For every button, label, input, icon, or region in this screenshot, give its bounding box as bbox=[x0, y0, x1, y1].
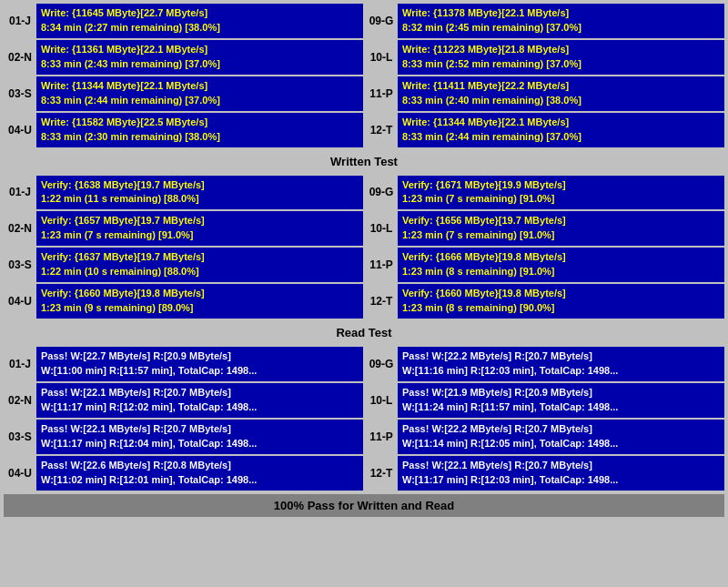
verify-left-col: 01-J Verify: {1638 MByte}[19.7 MByte/s] … bbox=[4, 176, 363, 319]
id-10l-verify: 10-L bbox=[365, 211, 398, 246]
content-10l-verify: Verify: {1656 MByte}[19.7 MByte/s] 1:23 … bbox=[398, 211, 724, 246]
content-11p-write: Write: {11411 MByte}[22.2 MByte/s] 8:33 … bbox=[398, 76, 724, 111]
read-right-11p: 11-P Pass! W:[22.2 MByte/s] R:[20.7 MByt… bbox=[365, 420, 724, 454]
id-03s-verify: 03-S bbox=[4, 248, 36, 282]
content-02n-verify: Verify: {1657 MByte}[19.7 MByte/s] 1:23 … bbox=[36, 211, 363, 246]
write-right-col: 09-G Write: {11378 MByte}[22.1 MByte/s] … bbox=[365, 4, 724, 147]
id-11p-read: 11-P bbox=[365, 420, 398, 454]
read-test-header: Read Test bbox=[4, 322, 724, 343]
write-left-02n: 02-N Write: {11361 MByte}[22.1 MByte/s] … bbox=[4, 40, 363, 75]
write-right-12t: 12-T Write: {11344 MByte}[22.1 MByte/s] … bbox=[365, 113, 724, 147]
id-01j-read: 01-J bbox=[4, 347, 36, 381]
write-section: 01-J Write: {11645 MByte}[22.7 MByte/s] … bbox=[4, 4, 724, 147]
content-09g-write: Write: {11378 MByte}[22.1 MByte/s] 8:32 … bbox=[398, 4, 724, 38]
verify-left-01j: 01-J Verify: {1638 MByte}[19.7 MByte/s] … bbox=[4, 176, 363, 210]
verify-left-03s: 03-S Verify: {1637 MByte}[19.7 MByte/s] … bbox=[4, 248, 363, 282]
content-03s-write: Write: {11344 MByte}[22.1 MByte/s] 8:33 … bbox=[36, 76, 363, 111]
verify-right-12t: 12-T Verify: {1660 MByte}[19.8 MByte/s] … bbox=[365, 284, 724, 319]
content-12t-read: Pass! W:[22.1 MByte/s] R:[20.7 MByte/s] … bbox=[398, 456, 724, 491]
read-left-03s: 03-S Pass! W:[22.1 MByte/s] R:[20.7 MByt… bbox=[4, 420, 363, 454]
content-10l-write: Write: {11223 MByte}[21.8 MByte/s] 8:33 … bbox=[398, 40, 724, 75]
content-12t-verify: Verify: {1660 MByte}[19.8 MByte/s] 1:23 … bbox=[398, 284, 724, 319]
verify-left-02n: 02-N Verify: {1657 MByte}[19.7 MByte/s] … bbox=[4, 211, 363, 246]
write-left-col: 01-J Write: {11645 MByte}[22.7 MByte/s] … bbox=[4, 4, 363, 147]
verify-grid: 01-J Verify: {1638 MByte}[19.7 MByte/s] … bbox=[4, 176, 724, 319]
id-11p-write: 11-P bbox=[365, 76, 398, 111]
id-04u-verify: 04-U bbox=[4, 284, 36, 319]
write-right-09g: 09-G Write: {11378 MByte}[22.1 MByte/s] … bbox=[365, 4, 724, 38]
write-left-04u: 04-U Write: {11582 MByte}[22.5 MByte/s] … bbox=[4, 113, 363, 147]
id-10l-read: 10-L bbox=[365, 383, 398, 418]
content-09g-verify: Verify: {1671 MByte}[19.9 MByte/s] 1:23 … bbox=[398, 176, 724, 210]
id-12t-read: 12-T bbox=[365, 456, 398, 491]
read-left-01j: 01-J Pass! W:[22.7 MByte/s] R:[20.9 MByt… bbox=[4, 347, 363, 381]
content-01j-read: Pass! W:[22.7 MByte/s] R:[20.9 MByte/s] … bbox=[36, 347, 363, 381]
content-12t-write: Write: {11344 MByte}[22.1 MByte/s] 8:33 … bbox=[398, 113, 724, 147]
read-left-04u: 04-U Pass! W:[22.6 MByte/s] R:[20.8 MByt… bbox=[4, 456, 363, 491]
content-09g-read: Pass! W:[22.2 MByte/s] R:[20.7 MByte/s] … bbox=[398, 347, 724, 381]
verify-left-04u: 04-U Verify: {1660 MByte}[19.8 MByte/s] … bbox=[4, 284, 363, 319]
main-container: 01-J Write: {11645 MByte}[22.7 MByte/s] … bbox=[0, 0, 728, 521]
read-right-12t: 12-T Pass! W:[22.1 MByte/s] R:[20.7 MByt… bbox=[365, 456, 724, 491]
read-right-09g: 09-G Pass! W:[22.2 MByte/s] R:[20.7 MByt… bbox=[365, 347, 724, 381]
id-11p-verify: 11-P bbox=[365, 248, 398, 282]
verify-section: 01-J Verify: {1638 MByte}[19.7 MByte/s] … bbox=[4, 176, 724, 319]
written-test-header: Written Test bbox=[4, 151, 724, 172]
write-left-01j: 01-J Write: {11645 MByte}[22.7 MByte/s] … bbox=[4, 4, 363, 38]
id-09g-verify: 09-G bbox=[365, 176, 398, 210]
id-02n-read: 02-N bbox=[4, 383, 36, 418]
id-02n-verify: 02-N bbox=[4, 211, 36, 246]
read-left-02n: 02-N Pass! W:[22.1 MByte/s] R:[20.7 MByt… bbox=[4, 383, 363, 418]
id-01j-write: 01-J bbox=[4, 4, 36, 38]
write-grid: 01-J Write: {11645 MByte}[22.7 MByte/s] … bbox=[4, 4, 724, 147]
content-01j-verify: Verify: {1638 MByte}[19.7 MByte/s] 1:22 … bbox=[36, 176, 363, 210]
id-03s-write: 03-S bbox=[4, 76, 36, 111]
footer-status: 100% Pass for Written and Read bbox=[4, 494, 724, 517]
id-03s-read: 03-S bbox=[4, 420, 36, 454]
content-01j-write: Write: {11645 MByte}[22.7 MByte/s] 8:34 … bbox=[36, 4, 363, 38]
content-03s-read: Pass! W:[22.1 MByte/s] R:[20.7 MByte/s] … bbox=[36, 420, 363, 454]
verify-right-col: 09-G Verify: {1671 MByte}[19.9 MByte/s] … bbox=[365, 176, 724, 319]
read-grid: 01-J Pass! W:[22.7 MByte/s] R:[20.9 MByt… bbox=[4, 347, 724, 491]
id-10l-write: 10-L bbox=[365, 40, 398, 75]
id-12t-write: 12-T bbox=[365, 113, 398, 147]
id-12t-verify: 12-T bbox=[365, 284, 398, 319]
verify-right-11p: 11-P Verify: {1666 MByte}[19.8 MByte/s] … bbox=[365, 248, 724, 282]
content-04u-write: Write: {11582 MByte}[22.5 MByte/s] 8:33 … bbox=[36, 113, 363, 147]
id-09g-write: 09-G bbox=[365, 4, 398, 38]
write-right-11p: 11-P Write: {11411 MByte}[22.2 MByte/s] … bbox=[365, 76, 724, 111]
id-04u-read: 04-U bbox=[4, 456, 36, 491]
verify-right-10l: 10-L Verify: {1656 MByte}[19.7 MByte/s] … bbox=[365, 211, 724, 246]
content-04u-verify: Verify: {1660 MByte}[19.8 MByte/s] 1:23 … bbox=[36, 284, 363, 319]
write-right-10l: 10-L Write: {11223 MByte}[21.8 MByte/s] … bbox=[365, 40, 724, 75]
content-11p-verify: Verify: {1666 MByte}[19.8 MByte/s] 1:23 … bbox=[398, 248, 724, 282]
verify-right-09g: 09-G Verify: {1671 MByte}[19.9 MByte/s] … bbox=[365, 176, 724, 210]
id-02n-write: 02-N bbox=[4, 40, 36, 75]
read-right-10l: 10-L Pass! W:[21.9 MByte/s] R:[20.9 MByt… bbox=[365, 383, 724, 418]
content-03s-verify: Verify: {1637 MByte}[19.7 MByte/s] 1:22 … bbox=[36, 248, 363, 282]
read-left-col: 01-J Pass! W:[22.7 MByte/s] R:[20.9 MByt… bbox=[4, 347, 363, 491]
id-04u-write: 04-U bbox=[4, 113, 36, 147]
read-section: 01-J Pass! W:[22.7 MByte/s] R:[20.9 MByt… bbox=[4, 347, 724, 491]
id-01j-verify: 01-J bbox=[4, 176, 36, 210]
read-right-col: 09-G Pass! W:[22.2 MByte/s] R:[20.7 MByt… bbox=[365, 347, 724, 491]
content-02n-write: Write: {11361 MByte}[22.1 MByte/s] 8:33 … bbox=[36, 40, 363, 75]
content-02n-read: Pass! W:[22.1 MByte/s] R:[20.7 MByte/s] … bbox=[36, 383, 363, 418]
content-11p-read: Pass! W:[22.2 MByte/s] R:[20.7 MByte/s] … bbox=[398, 420, 724, 454]
content-04u-read: Pass! W:[22.6 MByte/s] R:[20.8 MByte/s] … bbox=[36, 456, 363, 491]
id-09g-read: 09-G bbox=[365, 347, 398, 381]
content-10l-read: Pass! W:[21.9 MByte/s] R:[20.9 MByte/s] … bbox=[398, 383, 724, 418]
write-left-03s: 03-S Write: {11344 MByte}[22.1 MByte/s] … bbox=[4, 76, 363, 111]
